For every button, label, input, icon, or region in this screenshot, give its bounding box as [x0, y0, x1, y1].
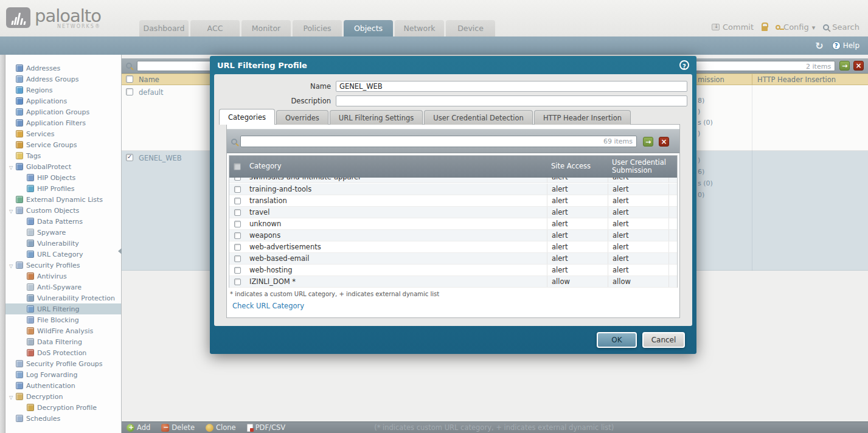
sidebar-scrollbar[interactable] [0, 55, 5, 433]
category-row[interactable]: weapons alert alert [229, 230, 677, 241]
column-submission-fragment[interactable]: mission [698, 75, 724, 84]
ok-button[interactable]: OK [597, 332, 637, 348]
sidebar-item[interactable]: Vulnerability [5, 238, 121, 249]
sidebar-item[interactable]: Security Profiles [5, 260, 121, 271]
config-menu[interactable]: Config [776, 23, 815, 32]
category-row[interactable]: web-based-email alert alert [229, 253, 677, 265]
name-input[interactable]: GENEL_WEB [336, 81, 687, 92]
help-button[interactable]: Help [832, 41, 859, 50]
sidebar-item[interactable]: Anti-Spyware [5, 282, 121, 293]
submission-value[interactable]: alert [608, 241, 668, 252]
category-row[interactable]: IZINLI_DOM * allow allow [229, 276, 677, 288]
site-access-value[interactable]: alert [547, 195, 608, 206]
nav-tab[interactable]: Dashboard [139, 20, 189, 36]
submission-value[interactable]: alert [608, 265, 668, 275]
category-checkbox[interactable] [234, 279, 241, 285]
sidebar-item[interactable]: Addresses [5, 63, 121, 74]
expand-arrow-icon[interactable] [9, 262, 16, 269]
sidebar-item[interactable]: Security Profile Groups [5, 358, 121, 369]
category-checkbox[interactable] [234, 232, 241, 239]
site-access-value[interactable]: alert [547, 218, 608, 229]
submission-value[interactable]: alert [608, 218, 668, 229]
dialog-tab[interactable]: URL Filtering Settings [330, 110, 423, 125]
submission-value[interactable]: alert [608, 230, 668, 241]
sidebar-item[interactable]: Address Groups [5, 74, 121, 85]
sidebar-item[interactable]: Vulnerability Protection [5, 293, 121, 303]
category-checkbox[interactable] [234, 186, 241, 193]
column-user-credential-submission[interactable]: User Credential Submission [608, 159, 668, 175]
category-row[interactable]: travel alert alert [229, 207, 677, 218]
nav-tab[interactable]: Objects [344, 20, 393, 36]
category-row[interactable]: translation alert alert [229, 195, 677, 207]
sidebar-item[interactable]: Log Forwarding [5, 369, 121, 380]
sidebar-item[interactable]: Authentication [5, 380, 121, 391]
submission-value[interactable]: alert [608, 207, 668, 218]
categories-filter-input[interactable]: 69 items [240, 136, 637, 147]
sidebar-item[interactable]: Services [5, 128, 121, 139]
nav-tab[interactable]: Policies [293, 20, 342, 36]
column-name[interactable]: Name [139, 75, 159, 84]
category-row[interactable]: unknown alert alert [229, 218, 677, 230]
column-site-access[interactable]: Site Access [547, 162, 608, 170]
sidebar-item[interactable]: Decryption Profile [5, 402, 121, 413]
dialog-tab[interactable]: HTTP Header Insertion [534, 110, 631, 125]
refresh-icon[interactable] [815, 40, 823, 52]
clear-filter-button[interactable] [659, 137, 669, 147]
global-search[interactable]: Search [823, 23, 859, 32]
commit-button[interactable]: Commit [712, 23, 754, 32]
delete-button[interactable]: Delete [161, 423, 195, 432]
column-http-header-insertion[interactable]: HTTP Header Insertion [752, 74, 867, 85]
check-url-category-link[interactable]: Check URL Category [232, 302, 304, 310]
submission-value[interactable]: alert [608, 253, 668, 264]
select-all-checkbox[interactable] [234, 163, 241, 170]
sidebar-item[interactable]: Spyware [5, 227, 121, 238]
cancel-button[interactable]: Cancel [642, 332, 685, 348]
description-input[interactable] [336, 95, 687, 106]
site-access-value[interactable]: alert [547, 230, 608, 241]
row-name-link[interactable]: default [139, 88, 163, 97]
sidebar-item[interactable]: URL Category [5, 249, 121, 260]
dialog-tab[interactable]: Overrides [276, 110, 328, 125]
category-checkbox[interactable] [234, 267, 241, 274]
site-access-value[interactable]: alert [547, 184, 608, 195]
column-category[interactable]: Category [245, 162, 547, 170]
nav-tab[interactable]: Network [395, 20, 444, 36]
sidebar-item[interactable]: Application Groups [5, 106, 121, 117]
sidebar-item[interactable]: Custom Objects [5, 205, 121, 216]
category-row[interactable]: training-and-tools alert alert [229, 184, 677, 195]
category-row[interactable]: swimsuits-and-intimate-apparel alert ale… [229, 178, 677, 183]
site-access-value[interactable]: alert [547, 241, 608, 252]
category-row[interactable]: web-hosting alert alert [229, 265, 677, 276]
category-checkbox[interactable] [234, 221, 241, 227]
category-checkbox[interactable] [234, 244, 241, 251]
pdf-csv-button[interactable]: PDF/CSV [247, 423, 285, 432]
category-checkbox[interactable] [234, 209, 241, 216]
sidebar-item[interactable]: File Blocking [5, 314, 121, 325]
dialog-tab[interactable]: Categories [219, 109, 275, 125]
submission-value[interactable]: alert [608, 195, 668, 206]
sidebar-item[interactable]: HIP Profiles [5, 183, 121, 194]
submission-value[interactable]: alert [608, 178, 668, 182]
clear-filter-button[interactable] [853, 61, 864, 71]
sidebar-item[interactable]: DoS Protection [5, 347, 121, 358]
submission-value[interactable]: alert [608, 184, 668, 195]
row-checkbox[interactable] [126, 88, 133, 95]
add-button[interactable]: Add [127, 423, 150, 432]
nav-tab[interactable]: ACC [190, 20, 240, 36]
sidebar-item[interactable]: Schedules [5, 413, 121, 424]
sidebar-item[interactable]: WildFire Analysis [5, 325, 121, 336]
clone-button[interactable]: Clone [206, 423, 236, 432]
submission-value[interactable]: allow [608, 276, 668, 287]
dialog-tab[interactable]: User Credential Detection [424, 110, 533, 125]
apply-filter-button[interactable] [839, 61, 850, 71]
site-access-value[interactable]: alert [547, 265, 608, 275]
sidebar-item[interactable]: Antivirus [5, 271, 121, 282]
sidebar-item[interactable]: External Dynamic Lists [5, 194, 121, 205]
sidebar-item[interactable]: Service Groups [5, 139, 121, 150]
apply-filter-button[interactable] [643, 137, 653, 147]
dialog-help-icon[interactable] [679, 60, 689, 70]
row-checkbox[interactable] [126, 154, 133, 161]
expand-arrow-icon[interactable] [9, 393, 16, 401]
category-checkbox[interactable] [234, 255, 241, 262]
site-access-value[interactable]: allow [547, 276, 608, 287]
